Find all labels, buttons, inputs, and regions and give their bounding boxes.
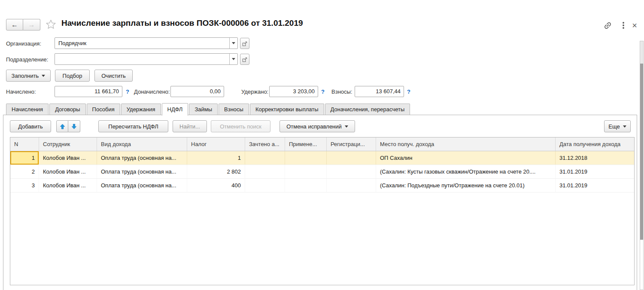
contributions-help-icon[interactable]: ? (407, 89, 410, 95)
chevron-down-icon (345, 125, 348, 128)
additional-accrued-field[interactable]: 0,00 (170, 86, 224, 97)
column-header-applied[interactable]: Примене... (285, 137, 327, 151)
tab-donachisleniya-pereraschety[interactable]: Доначисления, перерасчеты (325, 104, 410, 115)
column-header-income-place[interactable]: Место получ. дохода (376, 137, 556, 151)
cell-applied[interactable] (285, 151, 327, 165)
kebab-menu-icon[interactable] (618, 20, 629, 31)
department-value[interactable] (55, 54, 229, 64)
cell-registration[interactable] (327, 179, 376, 192)
back-button[interactable]: ← (6, 19, 23, 31)
cell-tax[interactable]: 1 (187, 151, 245, 165)
column-header-registration[interactable]: Регистраци... (327, 137, 376, 151)
find-button[interactable]: Найти... (173, 120, 207, 132)
favorite-star-icon[interactable] (45, 19, 57, 31)
table-row[interactable]: 1 Колобов Иван ... Оплата труда (основна… (10, 151, 634, 165)
recalculate-ndfl-button[interactable]: Пересчитать НДФЛ (98, 120, 168, 132)
move-down-button[interactable] (68, 120, 80, 132)
cell-employee[interactable]: Колобов Иван ... (39, 151, 97, 165)
cell-income-date[interactable]: 31.01.2019 (556, 165, 634, 178)
chevron-down-icon[interactable] (229, 54, 237, 64)
cell-applied[interactable] (285, 179, 327, 192)
cell-income-date[interactable]: 31.12.2018 (556, 151, 634, 165)
clear-button-label: Очистить (101, 73, 126, 79)
column-header-credited[interactable]: Зачтено а... (245, 137, 285, 151)
move-row-buttons (56, 120, 80, 132)
cell-credited[interactable] (245, 165, 285, 178)
accrued-field[interactable]: 11 661,70 (55, 86, 122, 97)
cell-n[interactable]: 2 (10, 165, 39, 178)
column-header-income-type[interactable]: Вид дохода (97, 137, 187, 151)
tab-dogovory[interactable]: Договоры (49, 104, 85, 115)
vertical-scrollbar[interactable] (640, 41, 644, 290)
more-button[interactable]: Еще (604, 120, 631, 132)
fill-button-label: Заполнить (12, 73, 39, 79)
cell-income-type[interactable]: Оплата труда (основная на... (97, 165, 187, 178)
table-row[interactable]: 3 Колобов Иван ... Оплата труда (основна… (10, 179, 634, 192)
cell-tax[interactable]: 2 802 (187, 165, 245, 178)
table-header-row: N Сотрудник Вид дохода Налог Зачтено а..… (10, 137, 634, 151)
tab-uderzhaniya[interactable]: Удержания (121, 104, 161, 115)
forward-button[interactable]: → (23, 19, 40, 31)
department-combobox[interactable] (55, 53, 238, 65)
tab-vznosy[interactable]: Взносы (219, 104, 249, 115)
get-link-icon[interactable] (602, 20, 613, 31)
organization-combobox[interactable]: Подрядчик (55, 37, 238, 49)
contributions-field[interactable]: 13 607,44 (355, 86, 404, 97)
cell-income-place[interactable]: (Сахалин: Кусты газовых скважин/Отражени… (376, 165, 556, 178)
additional-accrued-label: Доначислено: (134, 89, 170, 95)
department-open-button[interactable] (240, 54, 249, 65)
clear-button[interactable]: Очистить (94, 70, 133, 82)
withheld-help-icon[interactable]: ? (321, 89, 325, 95)
column-header-n[interactable]: N (10, 137, 39, 151)
tab-strip: Начисления Договоры Пособия Удержания НД… (6, 103, 411, 115)
tab-zaymy[interactable]: Займы (189, 104, 218, 115)
withheld-field[interactable]: 3 203,00 (269, 86, 318, 97)
tab-korrektirovki-vyplaty[interactable]: Корректировки выплаты (250, 104, 324, 115)
withheld-label: Удержано: (241, 89, 268, 95)
move-up-button[interactable] (56, 120, 68, 132)
cell-employee[interactable]: Колобов Иван ... (39, 165, 97, 178)
table-row[interactable]: 2 Колобов Иван ... Оплата труда (основна… (10, 165, 634, 179)
cell-applied[interactable] (285, 165, 327, 178)
column-header-employee[interactable]: Сотрудник (39, 137, 97, 151)
accrued-help-icon[interactable]: ? (126, 89, 129, 95)
page-title: Начисление зарплаты и взносов ПОЗК-00000… (61, 18, 303, 28)
cell-income-type[interactable]: Оплата труда (основная на... (97, 179, 187, 192)
pick-button[interactable]: Подбор (55, 70, 90, 82)
cell-n[interactable]: 1 (10, 151, 39, 165)
scrollbar-thumb[interactable] (640, 64, 643, 240)
close-icon[interactable]: × (629, 20, 640, 31)
find-label: Найти... (179, 123, 200, 130)
cancel-search-label: Отменить поиск (220, 123, 261, 130)
cancel-search-button[interactable]: Отменить поиск (211, 120, 270, 132)
cell-credited[interactable] (245, 151, 285, 165)
cancel-corrections-label: Отмена исправлений (286, 123, 342, 130)
cell-n[interactable]: 3 (10, 179, 39, 192)
tab-ndfl[interactable]: НДФЛ (162, 103, 188, 116)
cell-credited[interactable] (245, 179, 285, 192)
scrollbar-track[interactable] (640, 41, 643, 64)
add-row-label: Добавить (18, 123, 43, 130)
column-header-tax[interactable]: Налог (187, 137, 245, 151)
ndfl-table: N Сотрудник Вид дохода Налог Зачтено а..… (10, 137, 635, 285)
cell-income-place[interactable]: (Сахалин: Подъездные пути/Отражение на с… (376, 179, 556, 192)
cell-income-type[interactable]: Оплата труда (основная на... (97, 151, 187, 165)
organization-value[interactable]: Подрядчик (55, 38, 229, 49)
tab-nachisleniya[interactable]: Начисления (6, 104, 49, 115)
cell-income-place[interactable]: ОП Сахалин (376, 151, 556, 165)
cell-registration[interactable] (327, 165, 376, 178)
cell-tax[interactable]: 400 (187, 179, 245, 192)
cancel-corrections-button[interactable]: Отмена исправлений (279, 120, 355, 132)
add-row-button[interactable]: Добавить (10, 120, 51, 132)
history-nav: ← → (6, 19, 40, 31)
cell-income-date[interactable]: 31.01.2019 (556, 179, 634, 192)
cell-employee[interactable]: Колобов Иван ... (39, 179, 97, 192)
column-header-income-date[interactable]: Дата получения дохода (556, 137, 634, 151)
chevron-down-icon[interactable] (229, 38, 237, 49)
organization-label: Организация: (6, 40, 41, 47)
fill-button[interactable]: Заполнить (6, 70, 51, 82)
organization-open-button[interactable] (240, 38, 249, 49)
cell-registration[interactable] (327, 151, 376, 165)
chevron-down-icon (623, 125, 626, 128)
tab-posobiya[interactable]: Пособия (87, 104, 120, 115)
